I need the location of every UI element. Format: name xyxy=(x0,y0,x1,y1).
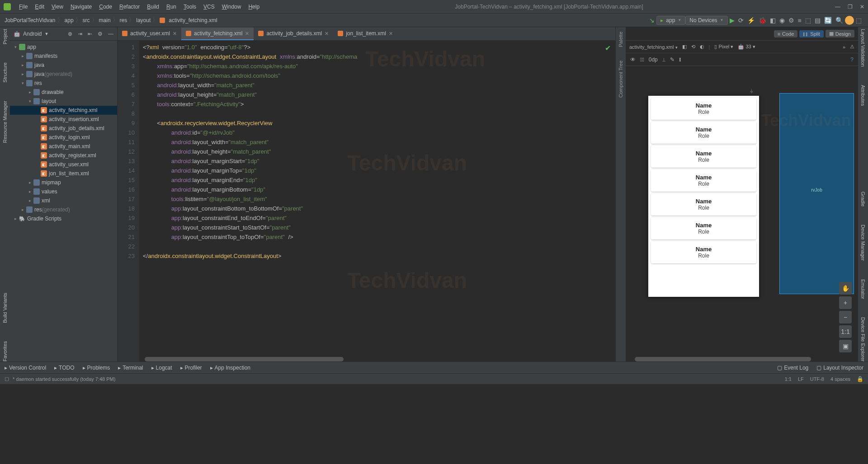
minimize-icon[interactable]: — xyxy=(835,4,840,10)
default-margin[interactable]: 0dp xyxy=(649,56,658,63)
tree-row[interactable]: ◧activity_insertion.xml xyxy=(10,115,117,124)
zoom-reset-icon[interactable]: ▣ xyxy=(839,340,852,352)
tool-window-tab[interactable]: Structure xyxy=(2,62,8,83)
help-icon[interactable]: ? xyxy=(850,56,854,63)
breadcrumb-item[interactable]: layout xyxy=(136,17,151,23)
code-view-tab[interactable]: ≡ Code xyxy=(774,30,798,37)
bottom-tool-problems[interactable]: ▸ Problems xyxy=(83,365,110,371)
overflow-icon[interactable]: » xyxy=(843,44,845,50)
close-tab-icon[interactable]: ✕ xyxy=(325,31,329,37)
profiler-icon[interactable]: ◉ xyxy=(779,17,785,24)
menu-view[interactable]: View xyxy=(48,4,67,10)
stop-icon[interactable]: ■ xyxy=(798,17,802,24)
breadcrumb-item[interactable]: main xyxy=(99,17,111,23)
design-view-tab[interactable]: ▦ Design xyxy=(826,30,854,37)
avd-icon[interactable]: ⬚ xyxy=(805,17,811,24)
project-tree[interactable]: ▾app▸manifests▸java▸java (generated)▾res… xyxy=(10,41,117,361)
bottom-tool-todo[interactable]: ▸ TODO xyxy=(54,365,74,371)
bottom-tool-terminal[interactable]: ▸ Terminal xyxy=(118,365,143,371)
editor-scrollbar[interactable] xyxy=(145,357,344,361)
tree-row[interactable]: ◧activity_register.xml xyxy=(10,151,117,160)
code-editor[interactable]: <?xml version="1.0" encoding="utf-8"?> <… xyxy=(139,41,615,361)
design-surface[interactable]: ⏚ NameRoleNameRoleNameRoleNameRoleNameRo… xyxy=(626,66,858,361)
run-config-dropdown[interactable]: ▸ app ▼ xyxy=(656,16,685,25)
collapse-icon[interactable]: ⇥ xyxy=(78,31,82,37)
device-dropdown[interactable]: No Devices ▼ xyxy=(685,16,727,25)
tree-row[interactable]: ◧activity_main.xml xyxy=(10,142,117,151)
tree-row[interactable]: ▸manifests xyxy=(10,52,117,61)
account-avatar-icon[interactable] xyxy=(845,16,854,25)
menu-navigate[interactable]: Navigate xyxy=(67,4,95,10)
tool-window-tab[interactable]: Device File Explorer xyxy=(860,317,866,361)
tool-window-tab[interactable]: Favorites xyxy=(2,341,8,361)
tool-window-tab[interactable]: Resource Manager xyxy=(2,101,8,143)
run-icon[interactable]: ▶ xyxy=(730,17,735,24)
night-icon[interactable]: ◐ xyxy=(700,44,704,50)
apply-code-icon[interactable]: ⚡ xyxy=(747,17,755,24)
tool-window-tab[interactable]: Device Manager xyxy=(860,225,866,261)
design-scrollbar[interactable] xyxy=(635,357,811,361)
tree-row[interactable]: ▸values xyxy=(10,187,117,196)
clear-constraints-icon[interactable]: ✎ xyxy=(670,56,675,63)
tool-window-tab[interactable]: Layout Validation xyxy=(860,29,866,67)
bottom-tool-logcat[interactable]: ▸ Logcat xyxy=(151,365,172,371)
expand-icon[interactable]: ⇤ xyxy=(88,31,92,37)
readonly-lock-icon[interactable]: 🔒 xyxy=(857,376,863,382)
orientation-icon[interactable]: ⟲ xyxy=(691,44,695,50)
api-picker[interactable]: 🤖 33 ▾ xyxy=(738,44,755,50)
zoom-fit-icon[interactable]: 1:1 xyxy=(839,325,852,338)
bottom-tool-app-inspection[interactable]: ▸ App Inspection xyxy=(210,365,250,371)
menu-window[interactable]: Window xyxy=(218,4,245,10)
sdk-icon[interactable]: ▤ xyxy=(815,17,821,24)
breadcrumb-item[interactable]: activity_fetching.xml xyxy=(169,17,217,23)
view-options-icon[interactable]: 👁 xyxy=(630,56,636,63)
tree-row[interactable]: ▸java xyxy=(10,61,117,70)
menu-edit[interactable]: Edit xyxy=(31,4,48,10)
tree-row[interactable]: ▸res (generated) xyxy=(10,205,117,214)
close-icon[interactable]: ✕ xyxy=(860,4,864,10)
select-opened-file-icon[interactable]: ⊕ xyxy=(68,31,72,37)
menu-build[interactable]: Build xyxy=(143,4,163,10)
tool-window-tab[interactable]: Gradle xyxy=(860,192,866,206)
dropdown-arrow-icon[interactable]: ▼ xyxy=(44,32,48,36)
tree-row[interactable]: ◧activity_job_details.xml xyxy=(10,124,117,133)
blueprint-toggle-icon[interactable]: 👁̸ xyxy=(640,56,644,63)
warnings-icon[interactable]: ⚠ xyxy=(850,44,854,50)
bottom-tool-profiler[interactable]: ▸ Profiler xyxy=(180,365,202,371)
sync-icon[interactable]: ↘ xyxy=(649,17,655,24)
editor-tab[interactable]: jon_list_item.xml✕ xyxy=(333,28,397,40)
gear-icon[interactable]: ⚙ xyxy=(98,31,103,37)
tree-row[interactable]: ◧activity_login.xml xyxy=(10,133,117,142)
tool-window-tab[interactable]: Attributes xyxy=(860,85,866,106)
tree-row[interactable]: ◧jon_list_item.xml xyxy=(10,169,117,178)
breadcrumb-item[interactable]: app xyxy=(65,17,74,23)
design-file-dropdown[interactable]: activity_fetching.xml ▾ xyxy=(629,44,678,50)
menu-run[interactable]: Run xyxy=(163,4,180,10)
indent-setting[interactable]: 4 spaces xyxy=(830,376,850,382)
search-icon[interactable]: 🔍 xyxy=(835,17,843,24)
tree-row[interactable]: ▾app xyxy=(10,42,117,52)
bottom-tool-event-log[interactable]: ▢ Event Log xyxy=(777,365,808,371)
gradle-sync-icon[interactable]: 🔄 xyxy=(824,17,832,24)
tree-row[interactable]: ▸xml xyxy=(10,196,117,205)
bottom-tool-layout-inspector[interactable]: ▢ Layout Inspector xyxy=(816,365,863,371)
hide-icon[interactable]: — xyxy=(108,31,113,37)
attach-icon[interactable]: ⚙ xyxy=(788,17,794,24)
tree-row[interactable]: ▾res xyxy=(10,79,117,88)
line-separator[interactable]: LF xyxy=(798,376,804,382)
tree-row[interactable]: ▸🐘Gradle Scripts xyxy=(10,214,117,223)
coverage-icon[interactable]: ◧ xyxy=(770,17,776,24)
project-view-dropdown[interactable]: Android xyxy=(23,31,42,37)
pan-icon[interactable]: ✋ xyxy=(839,282,852,295)
tree-row[interactable]: ◧activity_fetching.xml xyxy=(10,106,117,115)
menu-help[interactable]: Help xyxy=(245,4,263,10)
debug-icon[interactable]: 🐞 xyxy=(759,17,766,24)
tool-window-tab[interactable]: Project xyxy=(2,29,8,44)
close-tab-icon[interactable]: ✕ xyxy=(245,31,249,37)
close-tab-icon[interactable]: ✕ xyxy=(173,31,177,37)
tool-window-tab[interactable]: Build Variants xyxy=(2,293,8,323)
guideline-icon[interactable]: ⏚ xyxy=(750,88,753,94)
editor-tab[interactable]: activity_job_details.xml✕ xyxy=(254,28,333,40)
split-view-tab[interactable]: ⫿⫿ Split xyxy=(799,30,823,37)
tool-window-tab[interactable]: Palette xyxy=(618,32,623,47)
